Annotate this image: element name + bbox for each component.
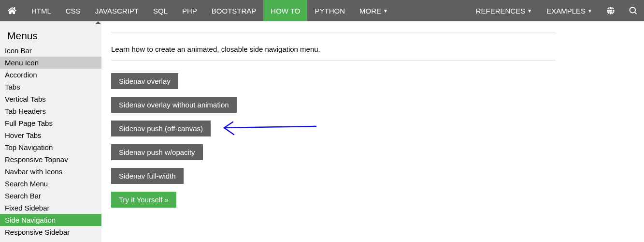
topnav-label: HOW TO [271,7,300,15]
caret-down-icon: ▼ [527,8,532,14]
topnav-item-css[interactable]: CSS [58,0,88,21]
caret-down-icon: ▼ [383,8,388,14]
hand-drawn-arrow-icon [219,119,321,140]
top-nav: HTMLCSSJAVASCRIPTSQLPHPBOOTSTRAPHOW TOPY… [0,0,644,21]
sidebar-item-search-menu[interactable]: Search Menu [0,178,101,190]
divider [111,60,556,60]
home-icon [8,6,16,15]
sidenav-full-width-button[interactable]: Sidenav full-width [111,168,184,184]
sidenav-push-offcanvas-button[interactable]: Sidenav push (off-canvas) [111,121,211,136]
topnav-item-references[interactable]: REFERENCES▼ [469,0,539,21]
sidenav-overlay-button[interactable]: Sidenav overlay [111,73,178,89]
main-content: Learn how to create an animated, closabl… [101,21,644,242]
topnav-label: PHP [182,7,197,15]
topnav-item-examples[interactable]: EXAMPLES▼ [539,0,600,21]
topnav-label: REFERENCES [476,7,526,15]
sidebar-item-side-navigation[interactable]: Side Navigation [0,214,101,226]
sidebar-heading: Menus [0,21,101,45]
sidebar-item-search-bar[interactable]: Search Bar [0,190,101,202]
divider [111,32,556,32]
topnav-label: HTML [31,7,51,15]
try-it-yourself-button[interactable]: Try it Yourself » [111,192,176,208]
top-nav-right: REFERENCES▼EXAMPLES▼ [469,0,644,21]
topnav-label: JAVASCRIPT [95,7,139,15]
topnav-item-bootstrap[interactable]: BOOTSTRAP [204,0,264,21]
sidebar-item-hover-tabs[interactable]: Hover Tabs [0,129,101,141]
intro-text: Learn how to create an animated, closabl… [111,45,556,53]
topnav-item-python[interactable]: PYTHON [307,0,352,21]
topnav-item-php[interactable]: PHP [175,0,204,21]
topnav-item-javascript[interactable]: JAVASCRIPT [88,0,146,21]
sidebar-item-navbar-with-icons[interactable]: Navbar with Icons [0,166,101,178]
globe-link[interactable] [600,0,622,21]
sidebar-item-top-navigation[interactable]: Top Navigation [0,141,101,153]
topnav-label: BOOTSTRAP [212,7,257,15]
sidenav-push-opacity-button[interactable]: Sidenav push w/opacity [111,144,203,160]
topnav-label: CSS [66,7,81,15]
sidebar-item-responsive-topnav[interactable]: Responsive Topnav [0,153,101,166]
top-nav-left: HTMLCSSJAVASCRIPTSQLPHPBOOTSTRAPHOW TOPY… [0,0,395,21]
caret-down-icon: ▼ [587,8,592,14]
sidebar-item-fixed-sidebar[interactable]: Fixed Sidebar [0,202,101,214]
sidebar-item-tabs[interactable]: Tabs [0,81,101,93]
page-body: Menus Icon BarMenu IconAccordionTabsVert… [0,21,644,242]
topnav-label: MORE [359,7,381,15]
topnav-item-sql[interactable]: SQL [146,0,175,21]
sidebar-item-accordion[interactable]: Accordion [0,69,101,81]
sidebar-item-responsive-sidebar[interactable]: Responsive Sidebar [0,226,101,238]
search-icon [629,7,637,15]
sidebar-item-vertical-tabs[interactable]: Vertical Tabs [0,93,101,105]
sidebar-scroll[interactable]: Menus Icon BarMenu IconAccordionTabsVert… [0,21,101,242]
topnav-label: SQL [153,7,168,15]
sidenav-overlay-no-anim-button[interactable]: Sidenav overlay without animation [111,97,237,113]
topnav-label: PYTHON [315,7,345,15]
home-link[interactable] [0,0,24,21]
main-inner: Learn how to create an animated, closabl… [111,32,556,212]
scroll-up-arrow-icon [95,21,101,24]
sidebar: Menus Icon BarMenu IconAccordionTabsVert… [0,21,101,242]
topnav-item-more[interactable]: MORE▼ [352,0,395,21]
sidebar-item-tab-headers[interactable]: Tab Headers [0,105,101,117]
topnav-label: EXAMPLES [546,7,586,15]
sidebar-item-icon-bar[interactable]: Icon Bar [0,45,101,57]
sidebar-item-menu-icon[interactable]: Menu Icon [0,57,101,69]
sidebar-item-full-page-tabs[interactable]: Full Page Tabs [0,117,101,129]
globe-icon [607,7,615,15]
topnav-item-html[interactable]: HTML [24,0,58,21]
topnav-item-how-to[interactable]: HOW TO [263,0,307,21]
search-link[interactable] [622,0,644,21]
